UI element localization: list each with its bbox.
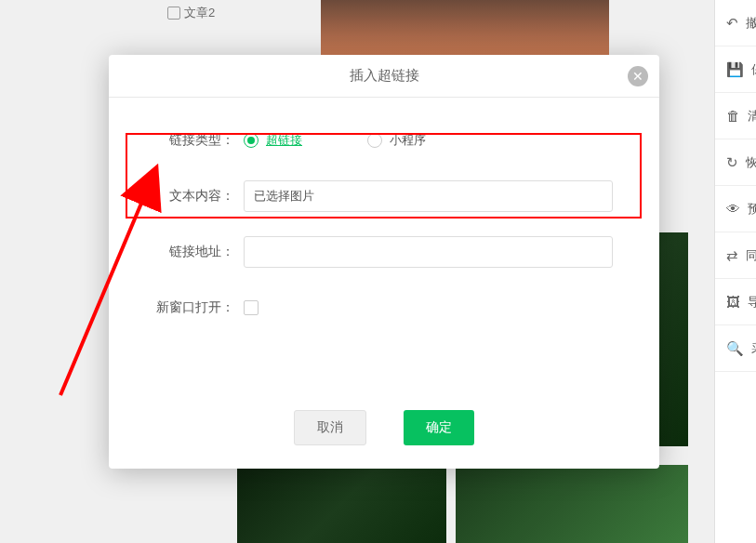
close-icon: ✕ — [632, 69, 643, 84]
confirm-button[interactable]: 确定 — [404, 410, 474, 445]
cancel-button[interactable]: 取消 — [294, 410, 366, 445]
link-address-row: 链接地址： — [155, 237, 613, 267]
text-content-input[interactable] — [244, 180, 613, 212]
modal-body: 链接类型： 超链接 小程序 文本内容： 链接地址： 新窗口打开 — [109, 98, 659, 367]
text-content-row: 文本内容： — [155, 181, 613, 211]
radio-label: 小程序 — [390, 132, 426, 149]
link-address-input[interactable] — [244, 236, 613, 268]
radio-group: 超链接 小程序 — [244, 132, 426, 149]
radio-unchecked-icon — [367, 133, 382, 148]
modal-title: 插入超链接 — [350, 67, 419, 85]
new-window-label: 新窗口打开： — [155, 299, 234, 316]
link-address-label: 链接地址： — [155, 244, 234, 260]
link-type-row: 链接类型： 超链接 小程序 — [155, 126, 613, 155]
insert-hyperlink-modal: 插入超链接 ✕ 链接类型： 超链接 小程序 文本内容： — [109, 55, 659, 469]
new-window-row: 新窗口打开： — [155, 293, 613, 323]
modal-header: 插入超链接 ✕ — [109, 55, 659, 98]
text-content-label: 文本内容： — [155, 188, 234, 205]
link-type-label: 链接类型： — [155, 132, 234, 149]
radio-hyperlink[interactable]: 超链接 — [244, 132, 302, 149]
modal-footer: 取消 确定 — [109, 410, 659, 445]
radio-miniprogram[interactable]: 小程序 — [367, 132, 426, 149]
close-button[interactable]: ✕ — [628, 66, 648, 86]
radio-checked-icon — [244, 133, 259, 148]
radio-label: 超链接 — [266, 132, 302, 149]
new-window-checkbox[interactable] — [244, 300, 259, 315]
